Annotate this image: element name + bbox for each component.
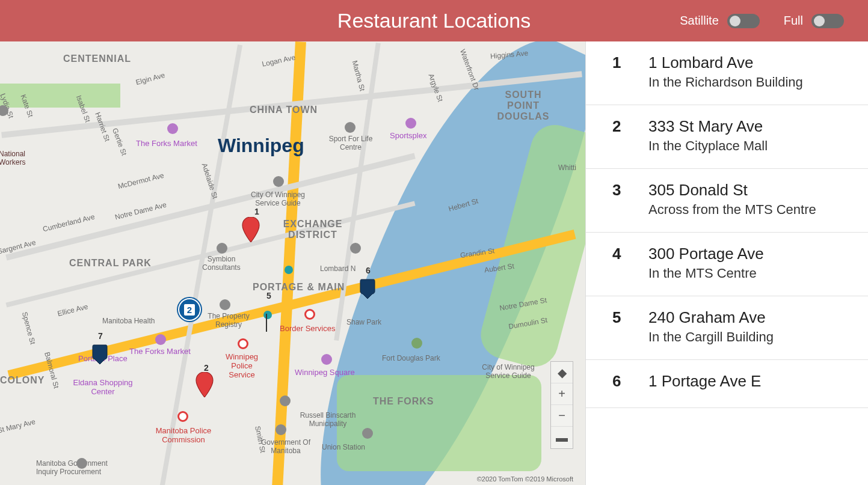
district-theforks: THE FORKS xyxy=(373,396,434,407)
header: Restaurant Locations Satillite Full xyxy=(0,0,868,41)
poi-generic-3 xyxy=(220,299,230,310)
toggle-satellite-switch[interactable] xyxy=(727,14,760,28)
district-centennial: CENTENNIAL xyxy=(63,53,131,64)
poi-cityguide2: City of Winnipeg Service Guide xyxy=(475,363,541,380)
list-item-title: 1 Portage Ave E xyxy=(648,372,852,391)
map-zoom-out-button[interactable]: − xyxy=(551,405,573,427)
pin-label-7: 7 xyxy=(98,331,103,341)
poi-border: Border Services xyxy=(280,324,335,333)
list-item-title: 1 Lombard Ave xyxy=(648,53,852,72)
list-item-number: 6 xyxy=(612,372,648,393)
list-item[interactable]: 4 300 Portage Ave In the MTS Centre xyxy=(586,233,868,296)
map-controls: ◆ + − ▬ xyxy=(550,361,573,449)
poi-generic-4 xyxy=(280,395,291,406)
list-item-number: 3 xyxy=(612,181,648,218)
poi-sportforlife-icon xyxy=(345,122,356,133)
poi-police-icon xyxy=(238,338,248,349)
pin-label-5: 5 xyxy=(266,291,271,300)
list-item-subtitle: Across from the MTS Centre xyxy=(648,202,852,218)
poi-sportsplex: Sportsplex xyxy=(390,131,426,140)
cluster-count: 2 xyxy=(184,304,195,316)
poi-fortdouglas-icon xyxy=(411,338,422,349)
list-item[interactable]: 2 333 St Mary Ave In the Cityplace Mall xyxy=(586,105,868,169)
map-pin-teal-1[interactable] xyxy=(285,266,293,274)
poi-mbpolice-icon xyxy=(177,411,188,422)
poi-forks2: The Forks Market xyxy=(129,347,191,356)
list-item-subtitle: In the Cityplace Mall xyxy=(648,138,852,154)
poi-eldana: Eldana Shopping Center xyxy=(70,378,136,396)
list-item[interactable]: 6 1 Portage Ave E xyxy=(586,360,868,408)
list-item-subtitle: In the Richardson Building xyxy=(648,75,852,90)
map-pin-cluster[interactable]: 2 xyxy=(178,298,201,321)
list-item-title: 333 St Mary Ave xyxy=(648,117,852,136)
poi-wpgsq-icon xyxy=(321,354,332,365)
map-pin-flag[interactable] xyxy=(265,314,273,332)
poi-fortdouglas: Fort Douglas Park xyxy=(382,354,440,362)
pin-label-6: 6 xyxy=(366,266,371,275)
map-pin-blue-6[interactable] xyxy=(359,278,376,300)
list-item-title: 300 Portage Ave xyxy=(648,245,852,263)
poi-mbpolice: Manitoba Police Commission xyxy=(150,426,217,444)
list-item-title: 305 Donald St xyxy=(648,181,852,200)
list-item-number: 4 xyxy=(612,245,648,281)
toggle-full-switch[interactable] xyxy=(811,14,844,28)
poi-wpgsq: Winnipeg Square xyxy=(295,368,355,377)
list-item-number: 2 xyxy=(612,117,648,154)
poi-forks2-icon xyxy=(155,334,166,345)
district-southpoint: SOUTH POINT DOUGLAS xyxy=(487,90,559,122)
poi-shawpark: Shaw Park xyxy=(346,318,381,326)
poi-russell: Russell Binscarth Municipality xyxy=(295,411,361,428)
map[interactable]: Winnipeg CENTENNIAL CHINA TOWN SOUTH POI… xyxy=(0,41,585,485)
map-tilt-button[interactable]: ▬ xyxy=(551,427,573,448)
poi-govmb: Government Of Manitoba xyxy=(259,438,313,455)
toggle-satellite-label: Satillite xyxy=(680,14,718,28)
map-zoom-in-button[interactable]: + xyxy=(551,383,573,405)
list-item-number: 1 xyxy=(612,53,648,90)
toggle-satellite: Satillite xyxy=(680,14,759,28)
district-centralpark: CENTRAL PARK xyxy=(69,258,152,269)
content: Winnipeg CENTENNIAL CHINA TOWN SOUTH POI… xyxy=(0,41,868,485)
pin-label-1: 1 xyxy=(254,207,259,216)
district-exchange: EXCHANGE DISTRICT xyxy=(277,219,349,240)
poi-erhood: National Workers xyxy=(0,150,47,166)
poi-police: Winnipeg Police Service xyxy=(218,352,266,379)
map-credits: ©2020 TomTom ©2019 Microsoft xyxy=(477,475,573,483)
list-item-subtitle: In the Cargill Building xyxy=(648,329,852,345)
poi-propertyreg: The Property Registry xyxy=(202,312,256,329)
street-lombard: Lombard N xyxy=(320,264,356,273)
poi-symbion: Symbion Consultants xyxy=(197,255,245,272)
poi-forks-market: The Forks Market xyxy=(136,139,197,148)
poi-mbhealth: Manitoba Health xyxy=(102,317,155,325)
poi-forks-market-icon xyxy=(167,123,178,134)
list-item[interactable]: 5 240 Graham Ave In the Cargill Building xyxy=(586,296,868,360)
header-toggles: Satillite Full xyxy=(680,0,844,41)
pin-label-2: 2 xyxy=(204,363,209,373)
poi-union: Union Station xyxy=(322,443,365,451)
list-item[interactable]: 1 1 Lombard Ave In the Richardson Buildi… xyxy=(586,41,868,105)
poi-generic-6 xyxy=(76,458,87,469)
poi-sportforlife: Sport For Life Centre xyxy=(327,135,375,151)
poi-sportsplex-icon xyxy=(405,118,416,129)
list-item-title: 240 Graham Ave xyxy=(648,308,852,327)
poi-generic-5 xyxy=(275,424,286,435)
map-pin-red-1[interactable] xyxy=(242,217,260,242)
poi-border-icon xyxy=(304,309,315,320)
map-city-label: Winnipeg xyxy=(218,135,304,157)
map-pin-red-2[interactable] xyxy=(195,372,214,397)
list-item-number: 5 xyxy=(612,308,648,345)
locations-list[interactable]: 1 1 Lombard Ave In the Richardson Buildi… xyxy=(585,41,868,485)
page-title: Restaurant Locations xyxy=(337,9,531,32)
toggle-full: Full xyxy=(784,14,844,28)
toggle-full-label: Full xyxy=(784,14,803,28)
poi-generic-2 xyxy=(350,243,361,254)
map-pin-blue-7[interactable] xyxy=(91,344,108,365)
poi-generic-1 xyxy=(217,243,227,254)
street-whittier: Whitti xyxy=(558,163,576,172)
list-item-subtitle: In the MTS Centre xyxy=(648,266,852,281)
map-locate-button[interactable]: ◆ xyxy=(551,362,573,383)
list-item[interactable]: 3 305 Donald St Across from the MTS Cent… xyxy=(586,169,868,233)
poi-cityguide-icon xyxy=(273,176,284,187)
poi-generic-8 xyxy=(362,428,373,439)
poi-cityguide: City Of Winnipeg Service Guide xyxy=(242,191,314,207)
district-colony: COLONY xyxy=(0,375,45,386)
